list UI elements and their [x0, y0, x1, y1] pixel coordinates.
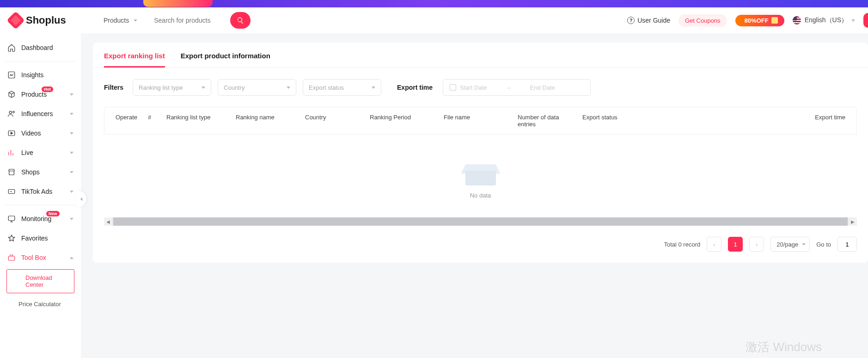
chevron-down-icon — [70, 152, 73, 154]
th-num: # — [144, 114, 163, 128]
th-name: Ranking name — [232, 114, 301, 128]
sidebar-item-download-center[interactable]: Download Center — [6, 269, 74, 293]
filters-label: Filters — [104, 84, 123, 91]
user-guide-link[interactable]: ? User Guide — [627, 17, 670, 24]
products-icon — [7, 90, 16, 99]
chevron-down-icon — [287, 86, 290, 89]
th-country: Country — [301, 114, 366, 128]
sidebar-item-insights[interactable]: Insights — [0, 65, 81, 85]
chevron-up-icon — [70, 257, 73, 259]
sidebar-item-favorites[interactable]: Favorites — [0, 228, 81, 248]
filter-export-status[interactable]: Export status — [303, 79, 381, 96]
divider — [5, 61, 76, 62]
header-right: ? User Guide Get Coupons 80%OFF English（… — [627, 13, 859, 28]
sidebar-item-shops[interactable]: Shops — [0, 162, 81, 182]
get-coupons-button[interactable]: Get Coupons — [679, 14, 727, 27]
promo-banner — [0, 0, 868, 7]
sidebar-label: Shops — [21, 168, 40, 176]
chevron-down-icon — [70, 93, 73, 96]
prev-page-button[interactable]: ‹ — [707, 237, 721, 252]
export-time-label: Export time — [397, 84, 433, 91]
sidebar-item-price-calculator[interactable]: Price Calculator — [0, 295, 81, 313]
search-category-select[interactable]: Products — [97, 13, 149, 28]
chevron-down-icon — [70, 191, 73, 193]
sidebar-item-monitoring[interactable]: Monitoring New — [0, 209, 81, 228]
arrow-right-icon: → — [506, 84, 512, 91]
empty-state: No data — [93, 135, 868, 213]
next-page-button[interactable]: › — [749, 237, 764, 252]
tab-export-product-info[interactable]: Export product information — [181, 52, 270, 68]
search-bar: Products — [97, 12, 251, 29]
toolbox-icon — [7, 253, 16, 262]
brand-name: Shoplus — [26, 14, 66, 26]
tab-export-ranking[interactable]: Export ranking list — [104, 52, 165, 68]
filter-country[interactable]: Country — [218, 79, 296, 96]
chevron-down-icon — [802, 243, 806, 246]
scroll-right-icon[interactable]: ▶ — [849, 217, 857, 226]
sidebar-label: Influencers — [21, 110, 53, 117]
search-icon — [237, 17, 244, 24]
th-operate: Operate — [112, 114, 144, 128]
date-range-picker[interactable]: Start Date → End Date — [443, 79, 591, 96]
svg-point-2 — [13, 111, 15, 113]
language-select[interactable]: English（US） — [793, 16, 855, 25]
logo[interactable]: Shoplus — [9, 14, 86, 27]
main-content: Export ranking list Export product infor… — [81, 33, 868, 358]
promo-button[interactable]: 80%OFF — [735, 15, 784, 26]
tabs: Export ranking list Export product infor… — [93, 43, 868, 68]
th-type: Ranking list type — [163, 114, 232, 128]
th-entries: Number of data entries — [514, 114, 579, 128]
select-placeholder: Country — [224, 84, 245, 91]
select-placeholder: Export status — [309, 84, 344, 91]
select-placeholder: Ranking list type — [139, 84, 183, 91]
language-label: English（US） — [805, 16, 848, 25]
filters-row: Filters Ranking list type Country Export… — [93, 68, 868, 107]
chevron-left-icon — [80, 197, 83, 201]
sidebar-item-influencers[interactable]: Influencers — [0, 104, 81, 123]
total-records: Total 0 record — [664, 241, 700, 248]
chevron-down-icon — [202, 86, 205, 89]
empty-text: No data — [93, 192, 868, 199]
search-button[interactable] — [230, 12, 251, 29]
sidebar-label: Insights — [21, 71, 43, 79]
scroll-left-icon[interactable]: ◀ — [104, 217, 112, 226]
monitoring-icon — [7, 215, 16, 223]
sidebar-label: Live — [21, 149, 33, 156]
horizontal-scrollbar[interactable]: ◀ ▶ — [104, 217, 857, 226]
chevron-down-icon — [70, 218, 73, 220]
hot-badge: Hot — [42, 86, 53, 92]
gift-icon — [771, 17, 778, 24]
per-page-select[interactable]: 20/page — [770, 237, 810, 252]
pagination: Total 0 record ‹ 1 › 20/page Go to — [93, 226, 868, 263]
th-export-time: Export time — [798, 114, 849, 128]
sidebar-item-toolbox[interactable]: Tool Box — [0, 248, 81, 267]
divider — [5, 205, 76, 205]
sidebar-item-products[interactable]: Products Hot — [0, 85, 81, 104]
filter-ranking-type[interactable]: Ranking list type — [133, 79, 211, 96]
avatar[interactable] — [863, 13, 868, 28]
calendar-icon — [450, 84, 456, 91]
sidebar-item-dashboard[interactable]: Dashboard — [0, 38, 81, 57]
star-icon — [7, 234, 16, 242]
search-input[interactable] — [149, 12, 230, 29]
table-header: Operate # Ranking list type Ranking name… — [104, 107, 857, 135]
sidebar-label: Download Center — [25, 274, 63, 288]
search-category-label: Products — [104, 17, 129, 24]
per-page-label: 20/page — [776, 241, 798, 248]
scroll-thumb[interactable] — [113, 217, 848, 226]
sidebar-label: Monitoring — [21, 215, 51, 222]
svg-rect-6 — [8, 256, 15, 260]
chevron-down-icon — [70, 132, 73, 135]
new-badge: New — [46, 211, 60, 216]
chevron-down-icon — [851, 19, 855, 22]
svg-point-1 — [9, 111, 12, 113]
th-status: Export status — [579, 114, 634, 128]
goto-page-input[interactable] — [837, 237, 857, 252]
page-1-button[interactable]: 1 — [728, 237, 743, 252]
sidebar-item-videos[interactable]: Videos — [0, 123, 81, 143]
svg-rect-4 — [8, 190, 15, 194]
sidebar-item-tiktok-ads[interactable]: TikTok Ads — [0, 182, 81, 201]
sidebar-item-live[interactable]: Live — [0, 143, 81, 162]
sidebar-label: TikTok Ads — [21, 188, 52, 195]
th-file: File name — [440, 114, 514, 128]
